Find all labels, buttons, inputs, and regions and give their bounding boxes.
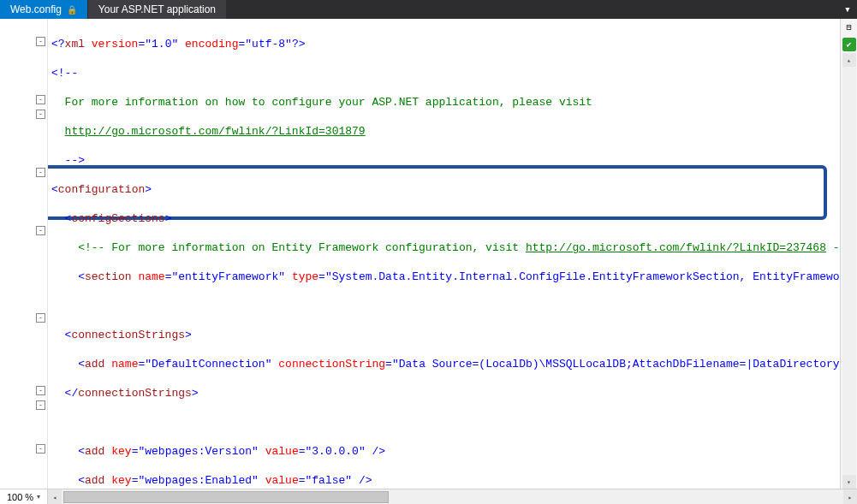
split-view-icon[interactable]: ⊟ <box>842 21 856 34</box>
scroll-left-button[interactable]: ◂ <box>48 489 62 504</box>
scroll-down-button[interactable]: ▾ <box>842 475 856 489</box>
status-bar: 100 % ▾ ◂ ▸ <box>0 489 857 504</box>
horizontal-scrollbar[interactable]: ◂ ▸ <box>48 489 857 504</box>
fold-toggle[interactable]: - <box>36 444 45 454</box>
tab-label: Your ASP.NET application <box>98 3 216 15</box>
lock-icon: 🔒 <box>67 5 77 15</box>
vertical-scrollbar[interactable] <box>842 67 856 475</box>
tab-label: Web.config <box>10 3 62 15</box>
editor: - - - - - - - - - <?xml version="1.0" en… <box>0 19 857 489</box>
scroll-right-button[interactable]: ▸ <box>843 489 857 504</box>
code-pane[interactable]: <?xml version="1.0" encoding="utf-8"?> <… <box>48 19 840 489</box>
fold-toggle[interactable]: - <box>36 386 45 395</box>
zoom-dropdown[interactable]: 100 % ▾ <box>0 489 48 504</box>
tab-bar-fill <box>227 0 838 19</box>
tab-aspnet-app[interactable]: Your ASP.NET application <box>88 0 227 19</box>
chevron-down-icon: ▾ <box>37 493 40 501</box>
fold-toggle[interactable]: - <box>36 400 45 410</box>
code-content: <?xml version="1.0" encoding="utf-8"?> <… <box>51 22 840 489</box>
tab-bar: Web.config 🔒 Your ASP.NET application ▾ <box>0 0 857 19</box>
health-check-icon[interactable]: ✔ <box>842 38 856 51</box>
tab-web-config[interactable]: Web.config 🔒 <box>0 0 88 19</box>
fold-toggle[interactable]: - <box>36 95 45 104</box>
zoom-value: 100 % <box>7 492 33 502</box>
fold-toggle[interactable]: - <box>36 313 45 323</box>
right-controls: ⊟ ✔ ▴ ▾ <box>840 19 857 489</box>
gutter: - - - - - - - - - <box>0 19 48 489</box>
fold-toggle[interactable]: - <box>36 168 45 177</box>
fold-toggle[interactable]: - <box>36 110 45 119</box>
tab-menu-button[interactable]: ▾ <box>838 0 857 19</box>
scroll-up-button[interactable]: ▴ <box>842 53 856 67</box>
fold-toggle[interactable]: - <box>36 37 45 46</box>
fold-toggle[interactable]: - <box>36 226 45 235</box>
scroll-thumb[interactable] <box>63 491 389 503</box>
